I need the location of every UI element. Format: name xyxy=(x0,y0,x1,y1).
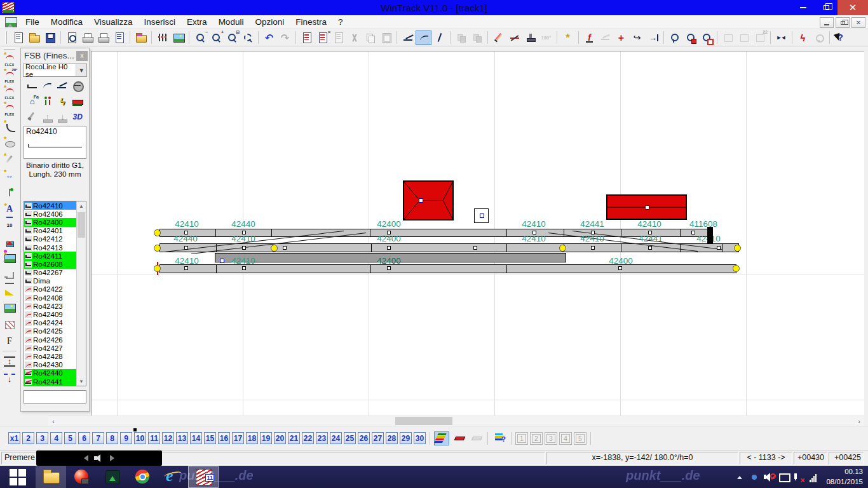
start-button[interactable] xyxy=(0,466,36,488)
track-endpoint[interactable] xyxy=(271,245,278,252)
cross-track-button[interactable] xyxy=(506,30,522,45)
tool-curve-track[interactable] xyxy=(41,80,54,92)
horizontal-scrollbar[interactable]: ‹ › xyxy=(48,416,864,426)
page-tab-30[interactable]: 30 xyxy=(414,432,426,444)
tool-electric[interactable]: ϟ xyxy=(56,95,69,107)
electric-button[interactable]: ϟ xyxy=(795,30,811,45)
tool-switch-track[interactable] xyxy=(56,80,69,92)
flag-button[interactable]: f xyxy=(581,30,597,45)
mdi-restore-button[interactable] xyxy=(836,17,850,28)
context-help-button[interactable]: ? xyxy=(832,30,848,45)
save-button[interactable] xyxy=(42,30,58,45)
page-tab-16[interactable]: 16 xyxy=(218,432,230,444)
tool-upload[interactable]: ↑ xyxy=(41,111,54,123)
page-tab-7[interactable]: 7 xyxy=(92,432,104,444)
dock-arrow-button[interactable]: → xyxy=(645,30,661,45)
taskbar-red-ball-app[interactable] xyxy=(66,466,97,488)
page-tab-5[interactable]: 5 xyxy=(64,432,76,444)
display-options-button[interactable] xyxy=(154,30,170,45)
tool-turntable[interactable] xyxy=(71,80,84,92)
page-tab-11[interactable]: 11 xyxy=(148,432,160,444)
track-endpoint[interactable] xyxy=(734,245,741,252)
layer-red-button[interactable] xyxy=(451,431,466,445)
zoom-in-button[interactable]: + xyxy=(208,30,224,45)
menu-item-extra[interactable]: Extra xyxy=(181,16,213,28)
print-button[interactable] xyxy=(79,30,95,45)
hatch-button[interactable] xyxy=(1,316,18,332)
page-tab-22[interactable]: 22 xyxy=(302,432,314,444)
menu-item-opzioni[interactable]: Opzioni xyxy=(249,16,290,28)
page-tab-13[interactable]: 13 xyxy=(176,432,188,444)
building-hip-roof[interactable] xyxy=(403,180,454,220)
new-file-button[interactable] xyxy=(10,30,26,45)
track-library-select[interactable]: RocoLine H0 se ▼ xyxy=(23,64,87,77)
scenery-image-button[interactable] xyxy=(1,250,18,266)
selection-handle[interactable] xyxy=(591,231,595,234)
taskbar-chrome[interactable] xyxy=(127,466,158,488)
close-button[interactable]: ✕ xyxy=(837,0,868,15)
page-tab-21[interactable]: 21 xyxy=(288,432,300,444)
search-marked-button[interactable] xyxy=(682,30,698,45)
search-part-button[interactable] xyxy=(667,30,682,45)
scroll-right-icon[interactable]: › xyxy=(854,416,864,426)
taskbar-internet-explorer[interactable] xyxy=(158,466,188,488)
print-pages-button[interactable] xyxy=(95,30,111,45)
selection-handle[interactable] xyxy=(184,231,188,234)
selection-handle[interactable] xyxy=(283,246,287,250)
flex-track-4-button[interactable]: FLEX xyxy=(1,101,18,118)
track-plate-button[interactable] xyxy=(1,134,18,151)
menu-item-help[interactable]: ? xyxy=(332,16,349,28)
horizontal-measure-button[interactable]: ↓ xyxy=(1,370,18,386)
page-tab-23[interactable]: 23 xyxy=(316,432,328,444)
curve-tool-button[interactable] xyxy=(416,30,431,45)
undo-button[interactable]: ↶ xyxy=(261,30,277,45)
zoom-out-button[interactable]: − xyxy=(192,30,208,45)
layers-help-button[interactable] xyxy=(492,431,507,445)
selection-handle[interactable] xyxy=(184,266,188,270)
page-tab-15[interactable]: 15 xyxy=(204,432,216,444)
numbering-button[interactable]: 10 xyxy=(1,217,18,233)
switch-tool-button[interactable] xyxy=(400,30,416,45)
tool-straight-track[interactable] xyxy=(26,80,39,92)
selection-handle[interactable] xyxy=(532,231,536,234)
taskbar-green-arrow-app[interactable] xyxy=(97,466,127,488)
menu-item-inserisci[interactable]: Inserisci xyxy=(139,16,182,28)
selection-handle[interactable] xyxy=(717,246,721,250)
compress-button[interactable] xyxy=(773,30,789,45)
page-tab-4[interactable]: 4 xyxy=(50,432,62,444)
magic-wand-button[interactable] xyxy=(1,151,18,167)
tray-no-network-icon[interactable] xyxy=(793,472,803,482)
page-tab-12[interactable]: 12 xyxy=(162,432,174,444)
search-open-button[interactable] xyxy=(698,30,714,45)
selection-handle-active[interactable] xyxy=(480,214,484,218)
page-tab-26[interactable]: 26 xyxy=(358,432,370,444)
page-tab-28[interactable]: 28 xyxy=(386,432,398,444)
open-settings-folder-button[interactable] xyxy=(133,30,149,45)
picture-button[interactable] xyxy=(1,299,18,316)
page-tab-10[interactable]: 10 xyxy=(134,432,146,444)
tool-download[interactable]: ↓ xyxy=(56,111,69,123)
menu-item-file[interactable]: File xyxy=(20,16,45,28)
track-endpoint[interactable] xyxy=(154,265,161,272)
selection-handle[interactable] xyxy=(242,246,246,250)
page-tab-29[interactable]: 29 xyxy=(400,432,412,444)
page-tab-19[interactable]: 19 xyxy=(260,432,272,444)
zoom-fit-button[interactable] xyxy=(240,30,255,45)
selection-handle[interactable] xyxy=(591,246,595,250)
scrollbar-thumb[interactable] xyxy=(78,212,85,238)
edit-track-button[interactable] xyxy=(491,30,506,45)
parts-list-button[interactable] xyxy=(299,30,315,45)
minimize-button[interactable] xyxy=(792,0,815,15)
menu-item-moduli[interactable]: Moduli xyxy=(213,16,250,28)
selection-handle[interactable] xyxy=(691,231,695,234)
page-tab-14[interactable]: 14 xyxy=(190,432,202,444)
restore-button[interactable] xyxy=(815,0,837,15)
mdi-close-button[interactable]: ✕ xyxy=(851,17,865,28)
background-image-button[interactable] xyxy=(170,30,186,45)
fsb-panel-close-button[interactable]: x xyxy=(76,51,88,61)
layers-all-button[interactable] xyxy=(434,431,449,445)
selection-handle-active[interactable] xyxy=(220,259,224,263)
selection-handle[interactable] xyxy=(618,266,622,270)
taskbar-wintrack[interactable]: 11 xyxy=(188,466,219,488)
track-endpoint[interactable] xyxy=(154,229,161,236)
